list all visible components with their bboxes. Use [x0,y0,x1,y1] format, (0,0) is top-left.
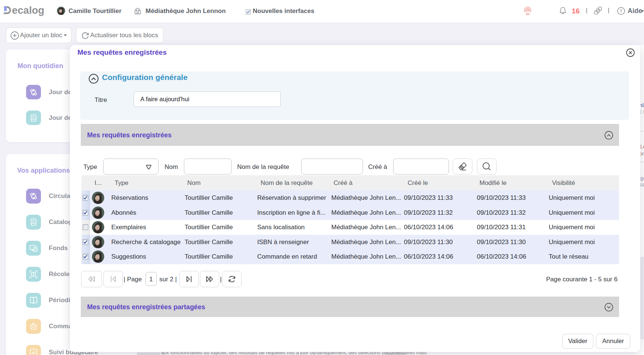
svg-text:ecalog: ecalog [12,4,44,16]
